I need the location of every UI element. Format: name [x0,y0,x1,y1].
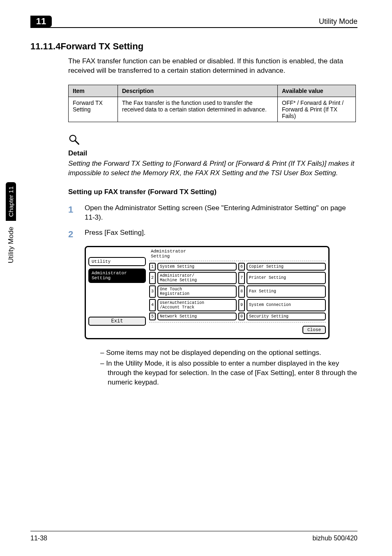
sub-heading: Setting up FAX transfer (Forward TX Sett… [68,188,357,196]
td-item: Forward TX Setting [69,97,118,122]
note-2: In the Utility Mode, it is also possible… [100,359,357,387]
step-1: 1 Open the Administrator Setting screen … [68,204,357,222]
td-available: OFF* / Forward & Print / Forward & Print… [278,97,356,122]
panel-title: Administrator Setting [149,249,326,259]
num-7: 7 [238,272,245,284]
header-section-label: Utility Mode [319,17,357,26]
system-connection-button[interactable]: System Connection [247,299,326,311]
one-touch-registration-button[interactable]: One Touch Registration [157,285,237,298]
system-setting-button[interactable]: System Setting [157,263,237,271]
description-table: Item Description Available value Forward… [68,85,356,122]
num-1: 1 [149,263,156,271]
step-1-text: Open the Administrator Setting screen (S… [85,204,357,222]
side-tab-chapter: Chapter 11 [6,182,16,221]
detail-text: Setting the Forward TX Setting to [Forwa… [68,159,357,178]
exit-button[interactable]: Exit [88,317,146,326]
corner-page-tab: 11 [30,16,52,27]
printer-setting-button[interactable]: Printer Setting [247,272,326,284]
magnifier-icon [68,134,81,146]
footer-page-number: 11-38 [30,535,47,542]
num-8: 8 [238,285,245,298]
num-0: 0 [238,313,245,320]
step-1-number: 1 [68,204,85,222]
section-heading: 11.11.4Forward TX Setting [30,41,357,52]
header-rule [30,27,357,28]
admin-ui-panel: Utility Administrator Setting Exit Admin… [85,246,330,339]
user-auth-account-track-button[interactable]: UserAuthentication /Account Track [157,299,237,311]
side-tab-main: Utility Mode [7,227,15,263]
th-description: Description [118,85,278,97]
administrator-setting-tab[interactable]: Administrator Setting [88,269,146,283]
num-9: 9 [238,299,245,311]
note-1: Some items may not be displayed dependin… [100,348,357,358]
num-5: 5 [149,313,156,320]
detail-label: Detail [68,149,357,158]
step-2: 2 Press [Fax Setting]. [68,228,357,241]
side-tab: Utility Mode Chapter 11 [6,182,16,263]
fax-setting-button[interactable]: Fax Setting [247,285,326,298]
num-2: 2 [149,272,156,284]
footer-rule [30,531,357,531]
step-2-text: Press [Fax Setting]. [85,228,357,241]
utility-tab[interactable]: Utility [88,257,146,266]
footer-model: bizhub 500/420 [313,535,357,542]
network-setting-button[interactable]: Network Setting [157,313,237,320]
button-grid: 1 System Setting 6 Copier Setting 2 Admi… [149,263,326,320]
th-item: Item [69,85,118,97]
td-description: The Fax transfer is the function used to… [118,97,278,122]
num-6: 6 [238,263,245,271]
num-4: 4 [149,299,156,311]
svg-line-1 [75,140,79,144]
num-3: 3 [149,285,156,298]
copier-setting-button[interactable]: Copier Setting [247,263,326,271]
security-setting-button[interactable]: Security Setting [247,313,326,320]
th-available: Available value [278,85,356,97]
section-intro: The FAX transfer function can be enabled… [68,57,357,76]
detail-block: Detail Setting the Forward TX Setting to… [68,134,357,178]
step-2-number: 2 [68,228,85,241]
notes-list: Some items may not be displayed dependin… [100,348,357,388]
close-button[interactable]: Close [302,326,326,334]
admin-machine-setting-button[interactable]: Administrator/ Machine Setting [157,272,237,284]
